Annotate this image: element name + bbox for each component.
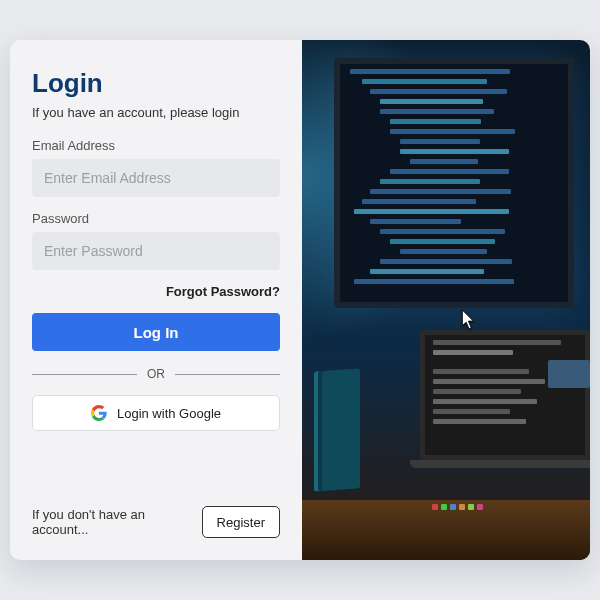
page-title: Login [32,68,280,99]
password-label: Password [32,211,280,226]
google-icon [91,405,107,421]
google-button-label: Login with Google [117,406,221,421]
login-button[interactable]: Log In [32,313,280,351]
divider-line-right [175,374,280,375]
forgot-password-link[interactable]: Forgot Password? [32,284,280,299]
login-card: Login If you have an account, please log… [10,40,590,560]
divider: OR [32,367,280,381]
notebook-illustration [314,368,360,491]
register-row: If you don't have an account... Register [32,506,280,538]
laptop-illustration [420,330,590,520]
email-label: Email Address [32,138,280,153]
divider-or-text: OR [147,367,165,381]
hero-image-panel [302,40,590,560]
register-button[interactable]: Register [202,506,280,538]
divider-line-left [32,374,137,375]
monitor-illustration [334,58,574,308]
no-account-text: If you don't have an account... [32,507,202,537]
login-form-panel: Login If you have an account, please log… [10,40,302,560]
cursor-icon [462,310,476,330]
login-with-google-button[interactable]: Login with Google [32,395,280,431]
email-input[interactable] [32,159,280,197]
password-input[interactable] [32,232,280,270]
subtitle-text: If you have an account, please login [32,105,280,120]
